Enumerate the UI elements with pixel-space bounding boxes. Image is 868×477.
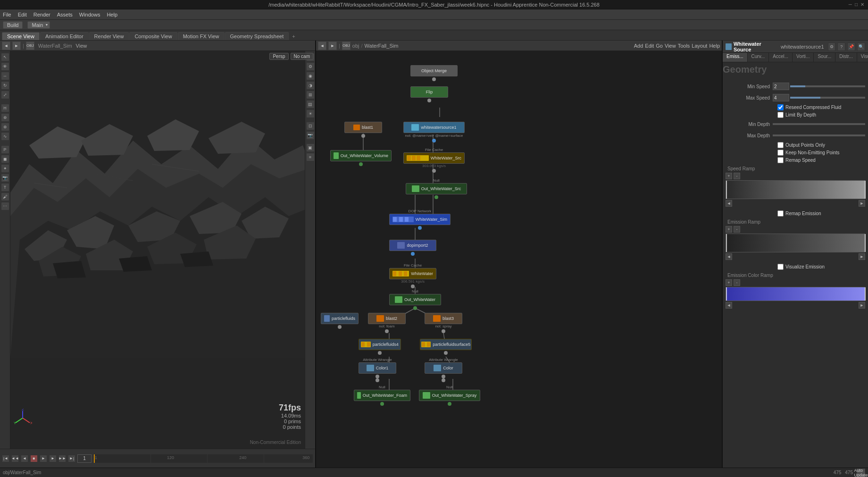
rotate-tool[interactable]: ↻ [1,81,9,90]
view-tool[interactable]: 👁 [1,62,9,71]
node-color1[interactable]: Attribute Wrangle Color1 [359,358,396,382]
snap-tool[interactable]: ⊕ [1,113,9,122]
emission-ramp-remove[interactable]: - [734,226,740,233]
emission-ramp-right[interactable]: ► [859,253,865,260]
cam-button[interactable]: No cam [291,53,313,60]
node-out-wwspray[interactable]: Null Out_WhiteWater_Spray [419,385,480,406]
maximize-btn[interactable]: □ [855,2,858,7]
node-blast2[interactable]: blast2 not: foam [368,313,406,333]
pose-tool[interactable]: P [1,145,9,154]
node-layout[interactable]: Layout [692,43,707,49]
color-ramp-display[interactable] [726,287,865,301]
max-speed-slider[interactable] [790,97,865,99]
node-dopimport2[interactable]: dopimport2 [389,240,436,256]
node-obj-icon[interactable]: OBJ [342,42,351,50]
color-ramp-add[interactable]: + [726,279,732,286]
handle-tool[interactable]: H [1,104,9,112]
menu-file[interactable]: File [3,12,11,17]
tab-add-button[interactable]: + [289,33,298,40]
node-flip[interactable]: Flip [410,86,448,102]
timeline-start[interactable]: |◄ [2,455,9,462]
min-speed-input[interactable] [773,83,789,90]
speed-ramp-add[interactable]: + [726,173,732,179]
extra-tool[interactable]: ⋯ [1,202,9,210]
color-ramp-remove[interactable]: - [734,279,740,286]
transform-tool[interactable]: ↔ [1,72,9,80]
build-button[interactable]: Build [3,21,23,29]
view-settings[interactable]: ◉ [306,72,315,80]
remap-emission-checkbox[interactable] [777,210,784,217]
node-blast3[interactable]: blast3 not: spray [425,313,462,333]
speed-ramp-right[interactable]: ► [859,200,865,207]
node-go[interactable]: Go [656,43,663,49]
window-controls[interactable]: ─ □ ✕ [849,2,864,7]
node-out-ww[interactable]: Null Out_WhiteWater [389,289,441,310]
node-color2[interactable]: Attribute Wrangle Color [425,358,462,382]
wireframe-mode[interactable]: ⊞ [306,91,315,99]
tab-geometry-spreadsheet[interactable]: Geometry Spreadsheet [225,32,289,40]
display-settings[interactable]: ⚙ [306,62,315,71]
props-help[interactable]: ? [837,42,845,51]
timeline-prev-key[interactable]: ◄◄ [11,455,19,462]
path-tool[interactable]: ∿ [1,132,9,141]
node-objectmerge[interactable]: Object Merge [410,65,458,81]
speed-ramp-left[interactable]: ◄ [726,200,732,207]
back-btn[interactable]: ◄ [2,42,10,50]
min-depth-slider[interactable] [773,123,865,125]
min-speed-slider[interactable] [790,85,865,87]
props-tab-emission[interactable]: Emiss... [723,53,748,62]
max-speed-input[interactable] [773,94,789,101]
menu-assets[interactable]: Assets [57,12,73,17]
ramp-handle-1[interactable] [726,181,727,199]
display-mode[interactable]: ▤ [306,100,315,109]
node-edit[interactable]: Edit [645,43,654,49]
tab-composite-view[interactable]: Composite View [129,32,177,40]
props-zoom-in[interactable]: 🔍 [857,42,865,51]
light-tool[interactable]: ✦ [1,164,9,173]
node-filecache-ww[interactable]: File Cache WhiteWater 306.591 kgs/s [389,263,436,288]
em-ramp-handle-2[interactable] [865,234,866,252]
tab-render-view[interactable]: Render View [89,32,129,40]
pivot-tool[interactable]: ⊗ [1,123,9,131]
emission-ramp-left[interactable]: ◄ [726,253,732,260]
cam-tool[interactable]: 📷 [1,174,9,182]
props-settings[interactable]: ⚙ [828,42,836,51]
timeline-track[interactable]: 1 120 240 360 [93,454,313,463]
timeline-end[interactable]: ►| [68,455,75,462]
scale-tool[interactable]: ⤢ [1,91,9,99]
node-filecache-src[interactable]: File Cache WhiteWater_Src 303.093 kgs/s [403,148,465,173]
node-help[interactable]: Help [709,43,720,49]
brush-tool[interactable]: 🖌 [1,192,9,201]
persp-button[interactable]: Persp [269,53,288,60]
node-out-wwfoam[interactable]: Null Out_WhiteWater_Foam [354,385,410,406]
visualize-emission-checkbox[interactable] [777,264,784,270]
menu-edit[interactable]: Edit [18,12,27,17]
color-ramp-right[interactable]: ► [859,302,865,309]
timeline-play[interactable]: ► [40,455,47,462]
timeline-next-key[interactable]: ►► [58,455,66,462]
node-view[interactable]: View [665,43,676,49]
timeline-next-frame[interactable]: ► [49,455,57,462]
node-network-canvas[interactable]: Object Merge Flip blast1 [316,51,722,468]
node-back[interactable]: ◄ [318,42,326,50]
remap-speed-checkbox[interactable] [777,157,784,163]
frame-input[interactable] [77,454,92,463]
menu-help[interactable]: Help [107,12,117,17]
keep-non-emitting-checkbox[interactable] [777,150,784,156]
node-tools[interactable]: Tools [678,43,690,49]
ramp-handle-2[interactable] [865,181,866,199]
speed-ramp-remove[interactable]: - [734,173,740,179]
menu-render[interactable]: Render [33,12,50,17]
composite-view-btn[interactable]: ▣ [306,143,315,152]
node-whitewatersource1[interactable]: whitewatersource1 not: @name=vel* @name=… [403,122,465,142]
node-add[interactable]: Add [634,43,643,49]
main-dropdown[interactable]: Main [27,21,50,29]
obj-tool[interactable]: ◼ [1,155,9,163]
props-tab-curve[interactable]: Curv... [748,53,769,62]
reseed-checkbox[interactable] [777,104,784,110]
limit-depth-checkbox[interactable] [777,112,784,118]
output-points-checkbox[interactable] [777,142,784,148]
props-tab-vorticity[interactable]: Vorti... [793,53,814,62]
node-forward[interactable]: ► [328,42,337,50]
menu-windows[interactable]: Windows [79,12,100,17]
